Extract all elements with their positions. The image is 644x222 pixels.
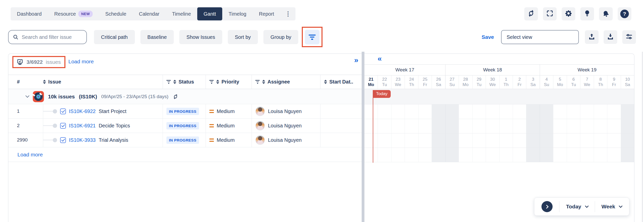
assignee-name: Louisa Nguyen xyxy=(268,108,302,114)
display-settings-button[interactable] xyxy=(622,30,636,44)
day-name: Mo xyxy=(368,82,374,87)
issue-key-link[interactable]: IS10K-6921 xyxy=(69,123,96,129)
nav-more-kebab-icon[interactable]: ⋮ xyxy=(280,7,295,20)
search-box[interactable] xyxy=(8,30,87,44)
lightbulb-icon xyxy=(583,10,591,18)
export-button[interactable] xyxy=(585,30,599,44)
drag-handle-dot[interactable] xyxy=(53,124,57,128)
issue-checkbox[interactable] xyxy=(60,137,66,143)
sort-icon[interactable] xyxy=(216,80,219,84)
baseline-button[interactable]: Baseline xyxy=(140,30,174,44)
day-number: 30 xyxy=(490,77,495,82)
issue-checkbox[interactable] xyxy=(60,123,66,129)
download-button[interactable] xyxy=(604,30,617,44)
load-more-bottom-link[interactable]: Load more xyxy=(17,152,43,158)
nav-tab-report[interactable]: Report xyxy=(253,7,280,20)
drag-handle-dot[interactable] xyxy=(53,138,57,142)
save-button[interactable]: Save xyxy=(482,34,494,40)
day-header-cell: 30We xyxy=(486,75,499,89)
filter-icon[interactable] xyxy=(255,80,260,84)
start-date-cell[interactable] xyxy=(320,119,362,133)
column-header-assignee[interactable]: Assignee xyxy=(252,75,320,89)
sort-icon[interactable] xyxy=(43,80,46,84)
table-row[interactable]: 2990 IS10K-3933 Trial Analysis IN PROGRE… xyxy=(8,133,362,147)
nav-tab-dashboard[interactable]: Dashboard xyxy=(11,7,48,20)
help-button[interactable]: ? xyxy=(618,7,631,20)
panel-splitter[interactable] xyxy=(362,52,364,222)
filter-icon[interactable] xyxy=(209,80,214,84)
expand-panel-icon[interactable]: « xyxy=(378,55,381,62)
filter-button[interactable] xyxy=(305,30,319,44)
priority-cell[interactable]: Medium xyxy=(206,133,252,147)
table-row[interactable]: 2 IS10K-6921 Decide Topics IN PROGRESS M… xyxy=(8,119,362,133)
day-name: Mo xyxy=(463,82,469,87)
start-date-cell[interactable] xyxy=(320,133,362,147)
issue-key-link[interactable]: IS10K-6922 xyxy=(69,108,96,114)
search-icon xyxy=(13,34,19,40)
day-header-cell: 22Tu xyxy=(378,75,391,89)
priority-cell[interactable]: Medium xyxy=(206,104,252,118)
column-header-number[interactable]: # xyxy=(8,75,43,89)
today-marker-badge: Today xyxy=(373,90,391,98)
assignee-cell[interactable]: Louisa Nguyen xyxy=(252,133,320,147)
status-badge: IN PROGRESS xyxy=(166,108,199,115)
vertical-scrollbar[interactable] xyxy=(642,52,643,222)
search-input[interactable] xyxy=(22,34,82,40)
critical-path-button[interactable]: Critical path xyxy=(94,30,135,44)
status-cell[interactable]: IN PROGRESS xyxy=(163,133,206,147)
nav-tab-resource[interactable]: Resource NEW xyxy=(48,7,99,20)
view-selector[interactable]: Select view xyxy=(501,30,579,44)
chevron-down-icon[interactable] xyxy=(26,94,30,98)
sync-button[interactable] xyxy=(524,7,538,20)
issue-title: Trial Analysis xyxy=(99,137,128,143)
fullscreen-button[interactable] xyxy=(543,7,557,20)
project-group-row[interactable]: 10k issues (IS10K) 09/Apr/25 - 23/Apr/25… xyxy=(8,89,362,104)
priority-cell[interactable]: Medium xyxy=(206,119,252,133)
show-issues-button[interactable]: Show Issues xyxy=(179,30,222,44)
priority-label: Medium xyxy=(217,137,235,143)
filter-icon[interactable] xyxy=(166,80,171,84)
status-cell[interactable]: IN PROGRESS xyxy=(163,119,206,133)
status-cell[interactable]: IN PROGRESS xyxy=(163,104,206,118)
toolbar-right: Save Select view xyxy=(482,30,636,44)
nav-tab-gantt[interactable]: Gantt xyxy=(197,7,222,20)
collapse-panel-icon[interactable]: » xyxy=(354,56,358,64)
drag-handle-dot[interactable] xyxy=(53,109,57,114)
sort-by-button[interactable]: Sort by xyxy=(228,30,258,44)
column-header-issue[interactable]: Issue xyxy=(43,75,163,89)
ideas-button[interactable] xyxy=(580,7,594,20)
column-header-priority[interactable]: Priority xyxy=(206,75,252,89)
sort-icon[interactable] xyxy=(262,80,265,84)
sort-icon[interactable] xyxy=(173,80,176,84)
week-header-cell: Week 19 xyxy=(540,65,634,75)
start-date-cell[interactable] xyxy=(320,104,362,118)
group-by-button[interactable]: Group by xyxy=(263,30,298,44)
issue-key-link[interactable]: IS10K-3933 xyxy=(69,137,96,143)
upload-icon xyxy=(588,33,596,41)
priority-label: Medium xyxy=(217,123,235,129)
jump-forward-button[interactable] xyxy=(541,201,553,212)
nav-tab-calendar[interactable]: Calendar xyxy=(133,7,166,20)
status-badge: IN PROGRESS xyxy=(166,122,199,129)
settings-button[interactable] xyxy=(562,7,575,20)
nav-tab-timeline[interactable]: Timeline xyxy=(166,7,197,20)
sort-icon[interactable] xyxy=(324,80,327,84)
issue-count-strip: 3/6922 issues Load more » xyxy=(8,54,362,75)
assignee-cell[interactable]: Louisa Nguyen xyxy=(252,104,320,118)
day-header-cell: 28Mo xyxy=(459,75,472,89)
day-header-cell: 9Fr xyxy=(607,75,621,89)
column-header-status[interactable]: Status xyxy=(163,75,206,89)
issue-checkbox[interactable] xyxy=(60,108,66,114)
notifications-button[interactable] xyxy=(599,7,613,20)
zoom-dropdown[interactable]: Week xyxy=(602,204,622,210)
assignee-cell[interactable]: Louisa Nguyen xyxy=(252,119,320,133)
load-more-row: Load more xyxy=(8,147,362,162)
table-row[interactable]: 1 IS10K-6922 Start Project IN PROGRESS M… xyxy=(8,104,362,119)
nav-tab-timelog[interactable]: Timelog xyxy=(222,7,253,20)
day-header-cell: 25Fr xyxy=(418,75,432,89)
load-more-top-link[interactable]: Load more xyxy=(68,59,94,65)
nav-tab-schedule[interactable]: Schedule xyxy=(99,7,133,20)
project-sync-icon[interactable] xyxy=(172,94,179,100)
period-dropdown[interactable]: Today xyxy=(566,204,588,210)
column-header-start-date[interactable]: Start Dat.. xyxy=(320,75,362,89)
